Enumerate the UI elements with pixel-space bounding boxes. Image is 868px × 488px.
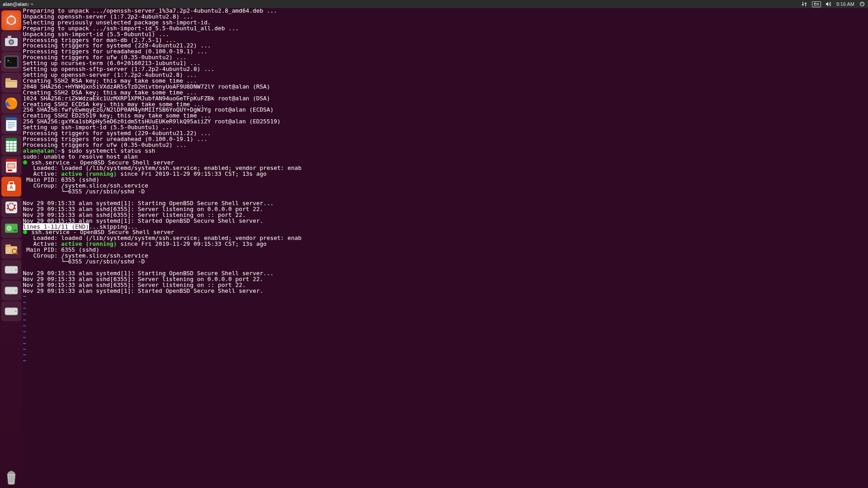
svg-text:>_: >_ <box>7 59 12 63</box>
screenshot-icon[interactable] <box>1 31 21 51</box>
firefox-icon[interactable] <box>1 94 21 113</box>
svg-rect-23 <box>6 138 17 141</box>
drive3-icon[interactable] <box>1 301 21 321</box>
svg-line-44 <box>16 253 18 255</box>
diskutil-icon[interactable] <box>1 239 21 259</box>
svg-point-36 <box>10 206 13 209</box>
power-icon[interactable] <box>859 1 865 7</box>
clock[interactable]: 9:16 AM <box>836 1 854 7</box>
svg-point-1 <box>7 16 15 24</box>
svg-rect-31 <box>8 164 15 168</box>
svg-point-39 <box>9 228 10 229</box>
svg-point-4 <box>14 21 16 23</box>
svg-text:A: A <box>9 185 13 190</box>
calc-icon[interactable] <box>1 135 21 155</box>
drive2-icon[interactable] <box>1 281 21 300</box>
unity-launcher: >_ A <box>0 8 23 488</box>
svg-point-50 <box>15 311 17 312</box>
files-icon[interactable] <box>1 73 21 93</box>
svg-point-8 <box>10 41 13 44</box>
impress-icon[interactable] <box>1 156 21 176</box>
svg-rect-32 <box>8 169 12 171</box>
svg-rect-6 <box>8 36 11 38</box>
menubar-indicators: En 9:16 AM <box>801 1 867 7</box>
svg-point-46 <box>15 269 17 271</box>
svg-rect-40 <box>14 230 17 231</box>
svg-rect-42 <box>5 244 11 247</box>
terminal-output: Preparing to unpack .../openssh-server_1… <box>23 8 868 364</box>
trash-icon[interactable] <box>1 468 21 488</box>
svg-point-3 <box>7 21 9 23</box>
terminal-window[interactable]: Preparing to unpack .../openssh-server_1… <box>23 8 868 488</box>
input-lang-indicator[interactable]: En <box>812 1 821 7</box>
window-title: alan@alan: ~ <box>1 1 33 7</box>
writer-icon[interactable] <box>1 114 21 134</box>
drive1-icon[interactable] <box>1 260 21 280</box>
settings-icon[interactable] <box>1 197 21 217</box>
dash-icon[interactable] <box>1 10 21 30</box>
svg-rect-30 <box>6 159 17 162</box>
software-icon[interactable]: A <box>1 177 21 197</box>
volume-icon[interactable] <box>826 1 832 7</box>
disks-icon[interactable] <box>1 218 21 238</box>
svg-rect-14 <box>6 81 16 82</box>
svg-point-2 <box>10 15 12 17</box>
svg-rect-52 <box>10 471 13 472</box>
svg-rect-13 <box>5 78 11 81</box>
svg-point-48 <box>15 290 17 291</box>
terminal-icon[interactable]: >_ <box>1 52 21 72</box>
network-icon[interactable] <box>801 1 807 7</box>
svg-rect-17 <box>6 117 17 120</box>
